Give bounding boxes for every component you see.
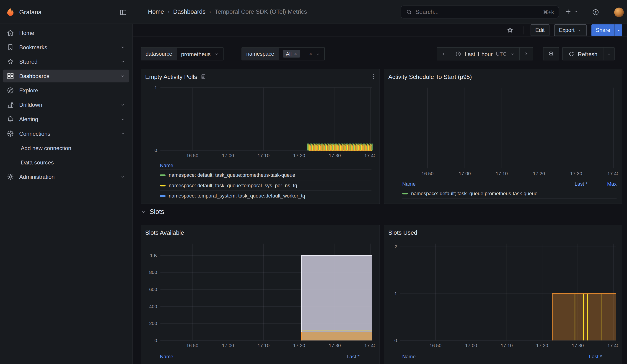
- clear-selection-icon[interactable]: ×: [309, 51, 312, 56]
- zoom-out-icon: [548, 51, 555, 57]
- export-button[interactable]: Export: [554, 24, 587, 36]
- panel-title[interactable]: Slots Used: [388, 229, 417, 236]
- sidebar-item-connections[interactable]: Connections: [3, 127, 129, 140]
- sidebar-item-starred[interactable]: Starred: [3, 55, 129, 68]
- chevron-down-icon: [574, 9, 578, 14]
- row-title: Slots: [150, 208, 164, 215]
- chevron-down-icon[interactable]: [120, 59, 125, 64]
- sidebar-item-home[interactable]: Home: [3, 26, 129, 39]
- chevron-down-icon[interactable]: [120, 74, 125, 78]
- search-box[interactable]: ⌘+k: [401, 6, 559, 18]
- share-menu-button[interactable]: [615, 24, 622, 36]
- variable-datasource-picker[interactable]: prometheus: [177, 48, 223, 60]
- sidebar-item-explore[interactable]: Explore: [3, 84, 129, 97]
- time-range-label: Last 1 hour: [465, 51, 493, 57]
- sidebar-item-label: Starred: [19, 58, 38, 65]
- chevron-down-icon[interactable]: [120, 174, 125, 179]
- legend-row: namespace: default; task_queue:prometheu…: [160, 170, 372, 180]
- sidebar-item-bookmarks[interactable]: Bookmarks: [3, 41, 129, 53]
- compass-icon: [6, 86, 14, 95]
- svg-text:17:20: 17:20: [293, 343, 305, 348]
- time-shift-forward-button[interactable]: [519, 47, 533, 60]
- refresh-button[interactable]: Refresh: [562, 47, 604, 60]
- slots-used-chart: 16:5017:0017:1017:2017:3017:40012: [384, 225, 618, 350]
- svg-text:17:00: 17:00: [222, 343, 234, 348]
- sidebar-item-label: Administration: [19, 174, 55, 180]
- chevron-up-icon[interactable]: [120, 131, 125, 136]
- time-shift-back-button[interactable]: [437, 47, 450, 60]
- sidebar-item-drilldown[interactable]: Drilldown: [3, 98, 129, 111]
- legend-series-label[interactable]: namespace: default; task_queue:temporal_…: [169, 183, 297, 188]
- legend-value-header[interactable]: Last *: [570, 354, 602, 360]
- help-button[interactable]: ?: [592, 8, 599, 16]
- share-split-button: Share: [591, 24, 622, 36]
- question-circle-icon: ?: [592, 8, 599, 16]
- namespace-value-pill[interactable]: All ×: [283, 50, 300, 57]
- chevron-down-icon[interactable]: [120, 103, 125, 107]
- share-button[interactable]: Share: [591, 24, 615, 36]
- brand-name: Grafana: [19, 9, 42, 16]
- legend-row: namespace: temporal_system; task_queue:d…: [160, 191, 372, 201]
- panel-description-icon[interactable]: [200, 73, 206, 79]
- sidebar-item-data-sources[interactable]: Data sources: [3, 156, 129, 169]
- search-input[interactable]: [416, 9, 540, 15]
- svg-text:17:10: 17:10: [496, 171, 508, 176]
- panel-title[interactable]: Slots Available: [145, 229, 184, 236]
- chevron-down-icon: [141, 209, 146, 215]
- user-avatar[interactable]: [614, 7, 624, 17]
- sidebar-item-administration[interactable]: Administration: [3, 170, 129, 183]
- legend-series-label[interactable]: namespace: default; task_queue:prometheu…: [169, 172, 295, 178]
- variable-datasource-label: datasource: [141, 48, 177, 60]
- chevron-down-icon[interactable]: [120, 45, 125, 50]
- grafana-logo[interactable]: [6, 7, 15, 17]
- favorite-star-button[interactable]: [505, 25, 516, 36]
- panel-legend: Namenamespace: default; task_queue:prome…: [141, 161, 379, 201]
- breadcrumb-dashboards[interactable]: Dashboards: [173, 8, 206, 15]
- sidebar-item-add-new-connection[interactable]: Add new connection: [3, 142, 129, 155]
- gear-icon: [6, 173, 14, 181]
- legend-series-label[interactable]: namespace: default; task_queue:prometheu…: [411, 191, 538, 196]
- panel-title[interactable]: Activity Schedule To Start (p95): [388, 73, 472, 80]
- sidebar-item-dashboards[interactable]: Dashboards: [3, 70, 129, 82]
- breadcrumb-home[interactable]: Home: [148, 8, 164, 15]
- row-header-slots[interactable]: Slots: [141, 208, 164, 215]
- refresh-interval-button[interactable]: [603, 47, 615, 60]
- chevron-down-icon: [214, 51, 219, 56]
- panel-menu-icon[interactable]: [369, 72, 378, 81]
- sidebar-nav: Home Bookmarks Starred Dashboards Explor…: [0, 24, 133, 364]
- sidebar-toggle-icon[interactable]: [119, 8, 127, 16]
- legend-value-header[interactable]: Last *: [327, 354, 359, 360]
- sidebar-item-alerting[interactable]: Alerting: [3, 113, 129, 126]
- legend-name-header[interactable]: Name: [402, 354, 570, 360]
- legend-name-header[interactable]: Name: [160, 354, 328, 360]
- time-range-controls: Last 1 hour UTC: [437, 47, 533, 60]
- zoom-out-button[interactable]: [543, 47, 559, 60]
- time-range-picker[interactable]: Last 1 hour UTC: [450, 47, 520, 60]
- legend-series-label[interactable]: namespace: temporal_system; task_queue:d…: [169, 193, 305, 199]
- svg-text:17:20: 17:20: [536, 343, 548, 348]
- legend-name-header[interactable]: Name: [160, 163, 372, 168]
- svg-text:17:20: 17:20: [293, 153, 305, 158]
- sidebar-item-label: Connections: [19, 130, 50, 137]
- legend-row: namespace: default; task_queue:prometheu…: [160, 361, 360, 364]
- svg-text:16:50: 16:50: [186, 343, 198, 348]
- panel-title[interactable]: Empty Activity Polls: [145, 73, 197, 80]
- sidebar-item-label: Dashboards: [19, 73, 49, 79]
- pill-remove-icon[interactable]: ×: [294, 51, 297, 56]
- legend-value-header[interactable]: Last *: [555, 181, 587, 187]
- variable-datasource: datasource prometheus: [141, 47, 223, 60]
- variable-namespace-picker[interactable]: All × ×: [279, 48, 324, 60]
- new-button[interactable]: [565, 8, 578, 15]
- svg-text:16:50: 16:50: [429, 343, 442, 348]
- legend-name-header[interactable]: Name: [402, 181, 555, 187]
- svg-text:16:50: 16:50: [186, 153, 198, 158]
- panel-header: Slots Used: [384, 225, 622, 239]
- legend-series-marker: [160, 195, 166, 197]
- svg-text:400: 400: [149, 304, 157, 309]
- svg-text:17:00: 17:00: [465, 343, 477, 348]
- chevron-down-icon[interactable]: [120, 117, 125, 122]
- legend-value-header[interactable]: Max: [587, 181, 617, 187]
- zoom-out-control: [543, 47, 559, 60]
- edit-button[interactable]: Edit: [530, 24, 549, 36]
- svg-text:17:30: 17:30: [329, 153, 341, 158]
